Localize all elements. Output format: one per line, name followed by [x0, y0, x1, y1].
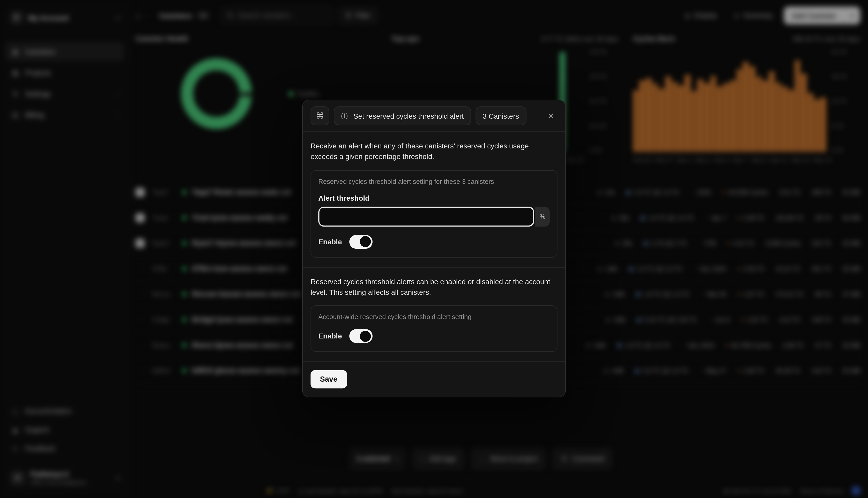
- enable-toggle[interactable]: [349, 235, 372, 249]
- threshold-alert-icon: (!): [341, 113, 349, 119]
- modal-section-2: Reserved cycles threshold alerts can be …: [303, 267, 565, 362]
- toggle-knob: [360, 236, 371, 247]
- app-root: P My Account ▾ ▣Canisters▦Projects⚙Setti…: [0, 0, 868, 498]
- alert-threshold-input[interactable]: [319, 208, 533, 225]
- account-enable-toggle[interactable]: [349, 329, 372, 343]
- account-wide-group: Account-wide reserved cycles threshold a…: [311, 306, 557, 352]
- threshold-setting-group: Reserved cycles threshold alert setting …: [311, 170, 557, 258]
- toggle-knob: [360, 331, 371, 342]
- percent-suffix: %: [535, 207, 550, 226]
- modal-header: ⌘ (!) Set reserved cycles threshold aler…: [303, 100, 565, 131]
- modal-section-1: Receive an alert when any of these canis…: [303, 132, 565, 267]
- account-level-note: Reserved cycles threshold alerts can be …: [311, 277, 557, 298]
- enable-label: Enable: [318, 332, 342, 340]
- modal-title-chip[interactable]: (!) Set reserved cycles threshold alert: [334, 106, 471, 125]
- modal-intro-text: Receive an alert when any of these canis…: [311, 141, 557, 162]
- modal-footer: Save: [303, 362, 565, 397]
- save-button[interactable]: Save: [311, 370, 347, 389]
- group-caption: Account-wide reserved cycles threshold a…: [318, 313, 550, 321]
- modal-title: Set reserved cycles threshold alert: [353, 112, 464, 120]
- command-icon[interactable]: ⌘: [311, 106, 329, 125]
- group-caption: Reserved cycles threshold alert setting …: [318, 178, 550, 185]
- canisters-badge[interactable]: 3 Canisters: [475, 106, 526, 125]
- alert-threshold-label: Alert threshold: [318, 194, 550, 202]
- close-icon[interactable]: ✕: [544, 109, 557, 122]
- alert-threshold-field: [318, 207, 534, 226]
- threshold-alert-modal: ⌘ (!) Set reserved cycles threshold aler…: [302, 100, 566, 398]
- enable-label: Enable: [318, 238, 342, 246]
